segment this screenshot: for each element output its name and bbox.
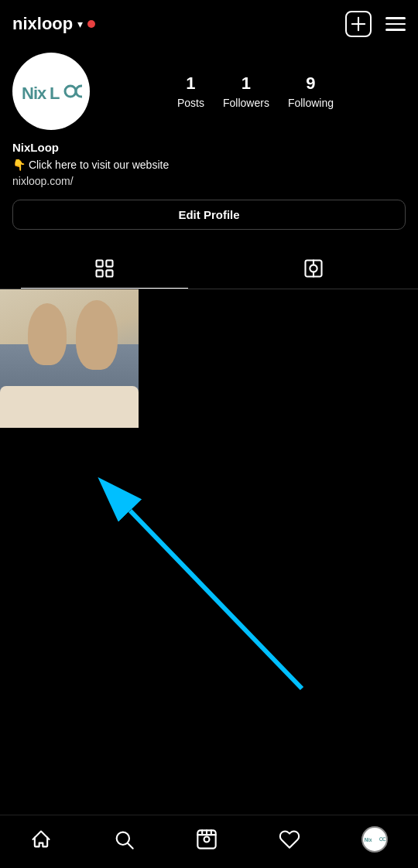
profile-link[interactable]: nixloop.com/: [12, 175, 406, 187]
heart-icon: [279, 829, 300, 850]
nav-profile[interactable]: Nix: [352, 823, 397, 856]
notification-dot: [87, 20, 95, 28]
stat-posts[interactable]: 1 Posts: [177, 73, 204, 109]
chevron-down-icon[interactable]: ▾: [77, 18, 83, 30]
top-nav: nixloop ▾: [0, 0, 418, 45]
nav-search[interactable]: [104, 825, 144, 853]
nav-avatar: Nix: [361, 826, 388, 853]
edit-profile-button[interactable]: Edit Profile: [12, 200, 406, 230]
svg-rect-7: [106, 261, 112, 267]
arrow-annotation: [0, 418, 418, 696]
search-icon: [113, 829, 135, 850]
grid-icon: [94, 258, 115, 279]
username-label: nixloop: [12, 14, 73, 34]
svg-point-19: [204, 837, 209, 842]
post-people-bg: [0, 289, 139, 428]
tab-grid[interactable]: [0, 248, 209, 289]
svg-rect-6: [97, 261, 103, 267]
following-label: Following: [288, 97, 334, 109]
add-post-button[interactable]: [345, 11, 372, 37]
posts-grid: [0, 289, 418, 428]
stats-row: 1 Posts 1 Followers 9 Following: [105, 73, 406, 109]
couch-element: [0, 386, 139, 428]
profile-bio: 👇 Click here to visit our website: [12, 157, 406, 173]
nav-reels[interactable]: [187, 825, 227, 853]
nav-activity[interactable]: [269, 825, 310, 853]
avatar-logo: Nix L: [12, 63, 90, 120]
hamburger-icon: [385, 17, 406, 31]
svg-point-4: [65, 86, 76, 97]
posts-count: 1: [186, 73, 195, 94]
tagged-icon: [303, 258, 324, 279]
svg-text:Nix: Nix: [22, 84, 47, 103]
svg-point-25: [379, 838, 382, 841]
avatar[interactable]: Nix L: [12, 53, 90, 130]
nav-left: nixloop ▾: [12, 14, 95, 34]
followers-label: Followers: [223, 97, 269, 109]
tabs-row: [0, 248, 418, 289]
nav-home[interactable]: [21, 825, 61, 853]
profile-section: Nix L 1 Posts 1 Followers 9 Fol: [0, 45, 418, 241]
profile-name: NixLoop: [12, 141, 406, 154]
nav-right: [345, 11, 406, 37]
svg-point-5: [76, 86, 82, 97]
stat-following[interactable]: 9 Following: [288, 73, 334, 109]
tab-tagged[interactable]: [209, 248, 418, 289]
person-element: [76, 300, 118, 369]
add-icon: [345, 11, 372, 37]
profile-info: NixLoop 👇 Click here to visit our websit…: [12, 141, 406, 187]
followers-count: 1: [242, 73, 251, 94]
post-1[interactable]: [0, 289, 139, 428]
reels-icon: [196, 829, 218, 850]
svg-text:L: L: [50, 84, 60, 103]
svg-rect-8: [97, 270, 103, 276]
svg-text:Nix: Nix: [364, 837, 372, 842]
menu-button[interactable]: [385, 17, 406, 31]
home-icon: [30, 829, 52, 850]
svg-line-17: [128, 843, 132, 848]
profile-top-row: Nix L 1 Posts 1 Followers 9 Fol: [12, 53, 406, 130]
bottom-nav: Nix: [0, 815, 418, 868]
plus-icon: [348, 13, 369, 35]
posts-label: Posts: [177, 97, 204, 109]
svg-point-11: [310, 265, 317, 272]
following-count: 9: [306, 73, 315, 94]
svg-point-26: [382, 838, 385, 841]
svg-line-15: [130, 511, 302, 689]
stat-followers[interactable]: 1 Followers: [223, 73, 269, 109]
svg-rect-9: [106, 270, 112, 276]
